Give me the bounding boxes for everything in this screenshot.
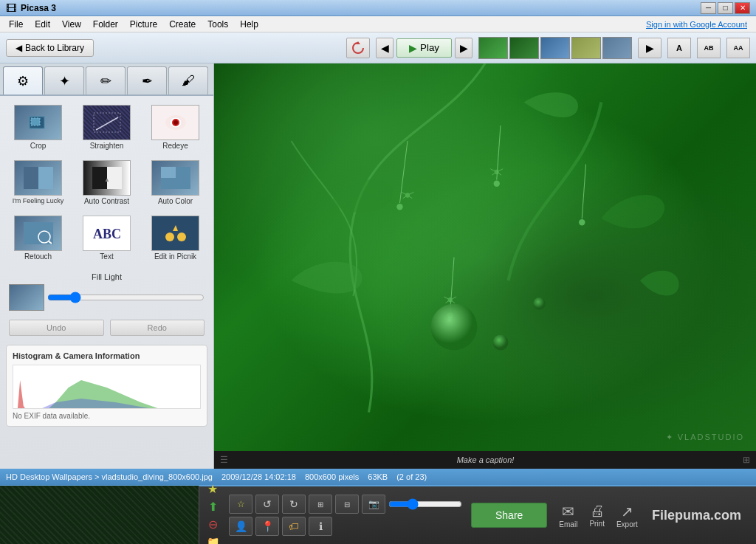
statusbar-path: HD Desktop Wallpapers > vladstudio_divin… [6,472,213,481]
filmstrip[interactable] [0,486,199,544]
tab-text[interactable]: ✒ [127,66,167,94]
menu-view[interactable]: View [56,18,87,31]
svg-point-36 [533,297,546,310]
print-icon: 🖨 [590,503,605,520]
play-label: Play [420,42,439,53]
tool-picnik-label: Edit in Picnik [154,252,196,261]
undo-button[interactable]: Undo [9,320,104,336]
email-label: Email [559,520,577,528]
restore-button[interactable]: □ [718,2,733,14]
sign-in-link[interactable]: Sign in with Google Account [646,20,753,29]
back-arrow-icon: ◀ [16,43,22,53]
delete-icon[interactable]: ⊖ [204,517,221,531]
tool-picnik[interactable]: Edit in Picnik [143,213,207,264]
play-button[interactable]: ▶ Play [396,38,452,58]
svg-point-41 [405,193,410,197]
rotate-icon-button[interactable] [346,38,370,58]
thumb-1[interactable] [478,37,508,59]
export-share-item[interactable]: ↗ Export [616,503,638,528]
fill-light-slider[interactable] [47,292,205,303]
caption-expand-icon[interactable]: ⊞ [743,455,750,465]
menu-edit[interactable]: Edit [29,18,56,31]
tool-redeye[interactable]: Redeye [143,102,207,153]
pin-btn[interactable]: 📍 [255,517,279,536]
svg-line-30 [582,165,585,219]
tag-btn[interactable]: 🏷 [282,517,306,536]
email-share-item[interactable]: ✉ Email [559,503,577,528]
tool-crop-label: Crop [30,142,47,150]
tool-contrast[interactable]: ▲ Auto Contrast [75,157,139,208]
print-share-item[interactable]: 🖨 Print [589,503,605,528]
tool-crop[interactable]: Crop [6,102,70,153]
back-to-library-button[interactable]: ◀ Back to Library [6,39,94,57]
thumb-4[interactable] [571,37,601,59]
redo-button[interactable]: Redo [110,320,205,336]
window-controls: ─ □ ✕ [701,2,750,14]
tab-advanced[interactable]: 🖌 [168,66,208,94]
grid-view-btn[interactable]: ⊟ [335,495,359,514]
tool-text[interactable]: ABC Text [75,213,139,264]
tool-redeye-label: Redeye [162,142,188,150]
camera-btn[interactable]: 📷 [362,495,385,514]
rotate-left-btn[interactable]: ↺ [255,495,279,514]
prev-image-button[interactable]: ◀ [376,38,394,58]
forward-button[interactable]: ▶ [638,38,662,58]
star-rating-btn[interactable]: ☆ [229,495,252,514]
tool-retouch[interactable]: Retouch [6,213,70,264]
close-button[interactable]: ✕ [735,2,750,14]
share-icons: ✉ Email 🖨 Print ↗ Export [553,503,643,528]
svg-marker-21 [173,225,178,231]
upload-icon[interactable]: ⬆ [204,499,221,514]
svg-line-4 [96,117,118,130]
export-label: Export [616,520,638,528]
menu-picture[interactable]: Picture [124,18,163,31]
caption-text: Make a caption! [457,455,515,464]
fill-light-section: Fill Light [0,269,213,317]
image-watermark: ✦ VLADSTUDIO [666,433,744,442]
tool-contrast-label: Auto Contrast [84,197,129,205]
text-size-a-button[interactable]: A [667,38,691,58]
thumb-2[interactable] [509,37,539,59]
star-icon[interactable]: ★ [204,481,221,496]
histogram-title: Histogram & Camera Information [13,351,201,360]
svg-marker-23 [13,380,26,409]
svg-text:▲: ▲ [104,176,110,183]
svg-rect-9 [24,167,38,189]
next-image-button[interactable]: ▶ [455,38,472,58]
tab-effects[interactable]: ✏ [86,66,126,94]
collage-btn[interactable]: ⊞ [309,495,332,514]
share-button[interactable]: Share [471,503,547,528]
fill-light-label: Fill Light [9,272,205,281]
rotate-right-btn[interactable]: ↻ [282,495,306,514]
tab-basic-fixes[interactable]: ⚙ [3,66,43,94]
minimize-button[interactable]: ─ [701,2,716,14]
thumb-3[interactable] [540,37,570,59]
info-btn[interactable]: ℹ [309,517,332,536]
text-size-aa-button[interactable]: AA [726,38,750,58]
tool-lucky[interactable]: I'm Feeling Lucky [6,157,70,208]
play-icon: ▶ [409,42,417,54]
tool-text-label: Text [100,252,113,261]
tool-color[interactable]: Auto Color [143,157,207,208]
menu-create[interactable]: Create [163,18,202,31]
svg-point-27 [396,204,402,210]
tool-straighten[interactable]: Straighten [75,102,139,153]
menu-help[interactable]: Help [234,18,264,31]
caption-bar: ☰ Make a caption! ⊞ [214,451,756,469]
menu-file[interactable]: File [3,18,29,31]
tab-tuning[interactable]: ✦ [44,66,84,94]
text-size-ab-button[interactable]: AB [697,38,721,58]
thumb-5[interactable] [602,37,632,59]
svg-point-46 [495,170,499,174]
folder-icon[interactable]: 📁 [204,534,221,544]
menu-tools[interactable]: Tools [202,18,234,31]
menu-folder[interactable]: Folder [87,18,124,31]
histogram-chart [13,365,201,409]
statusbar-position: (2 of 23) [396,472,427,481]
email-icon: ✉ [562,503,574,520]
toolbar: ◀ Back to Library ◀ ▶ Play ▶ ▶ A AB AA [0,32,756,63]
fill-light-preview [9,284,44,311]
zoom-slider[interactable] [388,498,462,510]
person-btn[interactable]: 👤 [229,517,252,536]
svg-rect-15 [161,167,176,178]
